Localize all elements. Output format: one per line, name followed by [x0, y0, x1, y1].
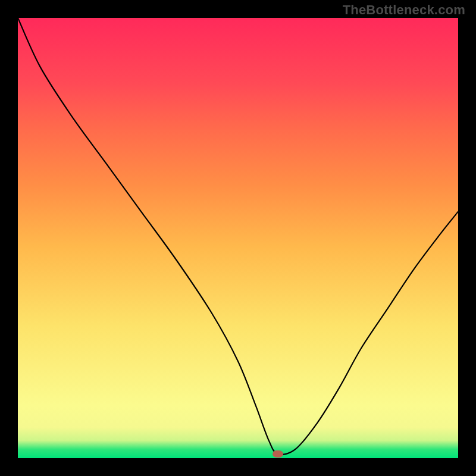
- chart-frame: TheBottleneck.com: [0, 0, 476, 476]
- bottleneck-curve: [18, 18, 458, 458]
- optimal-marker: [273, 450, 283, 458]
- curve-path: [18, 18, 458, 455]
- plot-area: [18, 18, 458, 458]
- watermark-text: TheBottleneck.com: [343, 2, 465, 18]
